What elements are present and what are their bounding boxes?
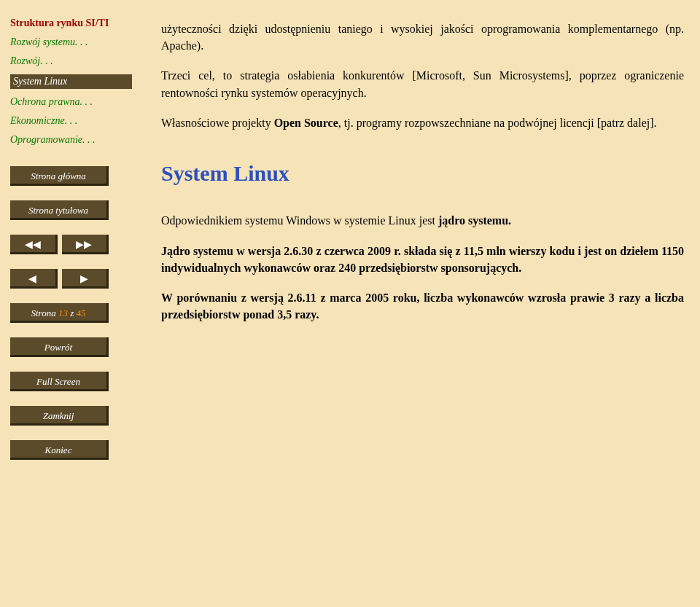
p3-strong: Open Source (274, 117, 338, 129)
toc-item-rozwoj-systemu[interactable]: Rozwój systemu. . . (10, 36, 132, 48)
paragraph-3: Własnościowe projekty Open Source, tj. p… (161, 114, 684, 131)
page: Struktura rynku SI/TI Rozwój systemu. . … (0, 0, 700, 607)
p4-strong: jądro systemu. (438, 214, 511, 227)
paragraph-2: Trzeci cel, to strategia osłabienia konk… (161, 67, 684, 101)
p3-text-c: , tj. programy rozpowszechniane na podwó… (338, 117, 657, 129)
p4-text-a: Odpowiednikiem systemu Windows w systemi… (161, 214, 438, 227)
page-counter-total: 45 (77, 308, 86, 318)
toc-item-oprogramowanie[interactable]: Oprogramowanie. . . (10, 134, 132, 146)
fullscreen-button[interactable]: Full Screen (10, 372, 109, 391)
page-counter-button[interactable]: Strona 13 z 45 (10, 303, 109, 323)
page-counter-pre: Strona (31, 308, 58, 318)
p5-strong-a: Jądro systemu w wersja 2.6.30 z czerwca … (161, 245, 401, 257)
close-button[interactable]: Zamknij (10, 406, 109, 426)
prev-fast-button[interactable]: ◀◀ (10, 235, 58, 254)
next-button[interactable]: ▶ (62, 269, 109, 289)
paragraph-1: użyteczności dzięki udostępnieniu tanieg… (161, 20, 684, 54)
paragraph-4: Odpowiednikiem systemu Windows w systemi… (161, 212, 684, 229)
toc-item-ekonomiczne[interactable]: Ekonomiczne. . . (10, 115, 132, 127)
next-fast-button[interactable]: ▶▶ (62, 235, 109, 254)
toc-item-rozwoj[interactable]: Rozwój. . . (10, 55, 132, 67)
p6-strong: W porównaniu z wersją 2.6.11 z marca 200… (161, 291, 684, 321)
back-button[interactable]: Powrót (10, 337, 109, 357)
page-counter-mid: z (68, 308, 77, 318)
prev-button[interactable]: ◀ (10, 269, 58, 289)
controls: Strona główna Strona tytułowa ◀◀ ▶▶ ◀ ▶ … (10, 166, 132, 460)
section-heading: System Linux (161, 157, 684, 189)
home-button[interactable]: Strona główna (10, 166, 109, 186)
toc-item-struktura[interactable]: Struktura rynku SI/TI (10, 17, 132, 29)
main-content: użyteczności dzięki udostępnieniu tanieg… (142, 0, 700, 607)
p3-text-a: Własnościowe projekty (161, 117, 274, 129)
nav-fast-row: ◀◀ ▶▶ (10, 235, 109, 254)
end-button[interactable]: Koniec (10, 440, 109, 460)
page-counter-current: 13 (58, 308, 68, 318)
toc-item-ochrona[interactable]: Ochrona prawna. . . (10, 96, 132, 108)
toc-item-system-linux[interactable]: System Linux (10, 74, 132, 89)
paragraph-5: Jądro systemu w wersja 2.6.30 z czerwca … (161, 243, 684, 276)
paragraph-6: W porównaniu z wersją 2.6.11 z marca 200… (161, 289, 684, 323)
toc: Struktura rynku SI/TI Rozwój systemu. . … (10, 17, 132, 146)
sidebar: Struktura rynku SI/TI Rozwój systemu. . … (0, 0, 142, 607)
nav-row: ◀ ▶ (10, 269, 109, 289)
title-page-button[interactable]: Strona tytułowa (10, 200, 109, 220)
